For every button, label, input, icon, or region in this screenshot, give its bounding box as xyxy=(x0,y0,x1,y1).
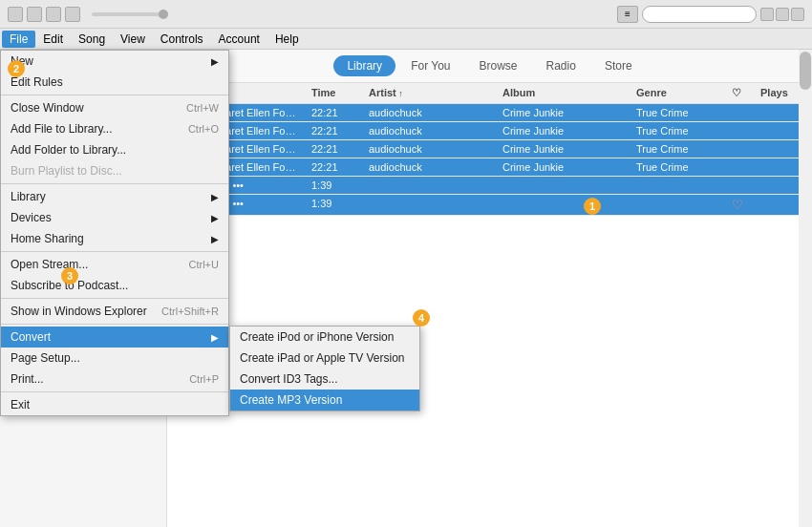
table-row[interactable]: ♪ Margaret Ellen Fox ••• 22:21 audiochuc… xyxy=(167,158,812,177)
minimize-button[interactable] xyxy=(760,8,774,21)
td-icon: ♪ xyxy=(167,104,196,121)
td-title: Margaret Ellen Fox ••• xyxy=(196,140,306,158)
volume-slider[interactable] xyxy=(92,12,168,16)
title-bar-right: ≡ xyxy=(617,6,804,23)
td-heart xyxy=(726,177,755,194)
th-icon xyxy=(167,85,196,101)
td-time: 1:39 xyxy=(306,195,363,215)
td-album: Crime Junkie xyxy=(497,122,630,139)
td-heart: ♡ xyxy=(726,195,755,215)
td-genre: True Crime xyxy=(630,104,726,121)
td-time: 22:21 xyxy=(306,158,363,176)
menu-item-controls[interactable]: Controls xyxy=(153,31,211,48)
main-area: LibraryFor YouBrowseRadioStore Title Tim… xyxy=(0,50,812,527)
sidebar xyxy=(0,50,167,527)
tab-radio[interactable]: Radio xyxy=(533,55,589,76)
th-artist[interactable]: Artist xyxy=(363,85,497,101)
scroll-thumb[interactable] xyxy=(800,52,811,90)
menu-item-song[interactable]: Song xyxy=(71,31,113,48)
td-artist: audiochuck xyxy=(363,122,497,139)
tab-browse[interactable]: Browse xyxy=(466,55,531,76)
tabs-bar: LibraryFor YouBrowseRadioStore xyxy=(167,50,812,83)
sidebar-item-steam[interactable] xyxy=(0,57,166,63)
table-row[interactable]: ♪ …001 ••• 1:39 xyxy=(167,177,812,195)
td-title: Margaret Ellen Fox ••• xyxy=(196,104,306,121)
menu-item-view[interactable]: View xyxy=(113,31,153,48)
td-artist: audiochuck xyxy=(363,104,497,121)
td-genre xyxy=(630,177,726,194)
td-artist xyxy=(363,177,497,194)
td-genre: True Crime xyxy=(630,158,726,176)
play-button[interactable] xyxy=(46,7,61,22)
td-heart xyxy=(726,122,755,139)
restore-button[interactable] xyxy=(776,8,789,21)
menu-item-file[interactable]: File xyxy=(2,31,35,48)
td-time: 22:21 xyxy=(306,140,363,158)
td-genre xyxy=(630,195,726,215)
menu-item-account[interactable]: Account xyxy=(211,31,267,48)
td-album: Crime Junkie xyxy=(497,104,630,121)
table-row[interactable]: ♪ Margaret Ellen Fox ••• 22:21 audiochuc… xyxy=(167,122,812,140)
td-artist xyxy=(363,195,497,215)
window-controls xyxy=(760,8,804,21)
td-album: Crime Junkie xyxy=(497,158,630,176)
td-album xyxy=(497,177,630,194)
td-icon: ♪ xyxy=(167,195,196,215)
table-row[interactable]: ♪ …001 ••• 1:39 ♡ xyxy=(167,195,812,216)
content-area: LibraryFor YouBrowseRadioStore Title Tim… xyxy=(167,50,812,527)
tab-for-you[interactable]: For You xyxy=(397,55,463,76)
td-album: Crime Junkie xyxy=(497,140,630,158)
td-genre: True Crime xyxy=(630,122,726,139)
search-box[interactable] xyxy=(642,6,757,23)
menu-item-help[interactable]: Help xyxy=(267,31,307,48)
table-row[interactable]: ♪ Margaret Ellen Fox ••• 22:21 audiochuc… xyxy=(167,140,812,158)
td-genre: True Crime xyxy=(630,140,726,158)
td-artist: audiochuck xyxy=(363,158,497,176)
td-heart xyxy=(726,140,755,158)
skip-button[interactable] xyxy=(65,7,80,22)
td-artist: audiochuck xyxy=(363,140,497,158)
th-title[interactable]: Title xyxy=(196,85,306,101)
td-heart xyxy=(726,104,755,121)
tab-store[interactable]: Store xyxy=(591,55,646,76)
playlist-button[interactable]: ≡ xyxy=(617,6,638,23)
td-title: Margaret Ellen Fox ••• xyxy=(196,122,306,139)
volume-slider-thumb xyxy=(159,10,168,19)
menu-bar: FileEditSongViewControlsAccountHelp xyxy=(0,29,812,50)
td-heart xyxy=(726,158,755,176)
th-genre[interactable]: Genre xyxy=(630,85,726,101)
td-time: 22:21 xyxy=(306,104,363,121)
th-time[interactable]: Time xyxy=(306,85,363,101)
td-title: …001 ••• xyxy=(196,195,306,215)
td-icon: ♪ xyxy=(167,158,196,176)
td-icon: ♪ xyxy=(167,140,196,158)
tab-library[interactable]: Library xyxy=(333,55,395,76)
scrollbar[interactable] xyxy=(799,50,812,527)
title-bar: ≡ xyxy=(0,0,812,29)
title-bar-left xyxy=(8,7,168,22)
td-album xyxy=(497,195,630,215)
th-heart: ♡ xyxy=(726,85,755,101)
close-button[interactable] xyxy=(791,8,804,21)
td-icon: ♪ xyxy=(167,177,196,194)
back-button[interactable] xyxy=(8,7,23,22)
table-row[interactable]: ♪ Margaret Ellen Fox ••• 22:21 audiochuc… xyxy=(167,104,812,122)
td-title: Margaret Ellen Fox ••• xyxy=(196,158,306,176)
td-time: 22:21 xyxy=(306,122,363,139)
table-header: Title Time Artist Album Genre ♡ Plays xyxy=(167,83,812,104)
table-body: ♪ Margaret Ellen Fox ••• 22:21 audiochuc… xyxy=(167,104,812,216)
td-time: 1:39 xyxy=(306,177,363,194)
td-icon: ♪ xyxy=(167,122,196,139)
forward-button[interactable] xyxy=(27,7,42,22)
th-album[interactable]: Album xyxy=(497,85,630,101)
menu-item-edit[interactable]: Edit xyxy=(35,31,71,48)
td-title: …001 ••• xyxy=(196,177,306,194)
